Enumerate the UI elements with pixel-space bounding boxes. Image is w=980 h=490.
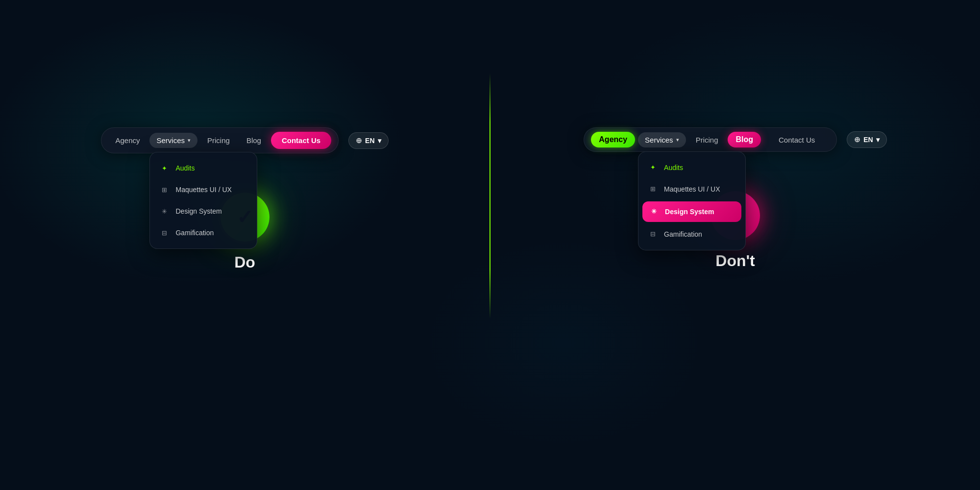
nav-pricing-left[interactable]: Pricing bbox=[200, 133, 237, 148]
dropdown-label-maquettes: Maquettes UI / UX bbox=[175, 186, 231, 194]
dropdown-label-design: Design System bbox=[175, 207, 221, 215]
nav-agency-right[interactable]: Agency bbox=[591, 132, 635, 147]
dropdown-item-maquettes-left[interactable]: ⊞ Maquettes UI / UX bbox=[150, 179, 257, 200]
audits-icon-right: ✦ bbox=[647, 162, 658, 173]
maquettes-icon-right: ⊞ bbox=[647, 184, 658, 195]
dont-label: Don't bbox=[715, 252, 755, 270]
right-panel: Agency Services ▾ ✦ Audits ⊞ Maquettes U… bbox=[490, 0, 980, 490]
dropdown-label-gamification: Gamification bbox=[175, 229, 214, 237]
nav-blog-right[interactable]: Blog bbox=[728, 132, 761, 147]
dropdown-item-gamification-left[interactable]: ⊟ Gamification bbox=[150, 222, 257, 244]
dropdown-item-audits-left[interactable]: ✦ Audits bbox=[150, 157, 257, 179]
audits-icon: ✦ bbox=[159, 163, 170, 173]
nav-contact-right[interactable]: Contact Us bbox=[764, 132, 830, 147]
do-navbar-wrapper: Agency Services ▾ ✦ Audits ⊞ Maquettes U… bbox=[101, 127, 388, 153]
nav-services-left[interactable]: Services ▾ bbox=[149, 133, 197, 148]
nav-agency-left[interactable]: Agency bbox=[108, 133, 147, 148]
dropdown-item-audits-right[interactable]: ✦ Audits bbox=[638, 157, 745, 178]
dont-navbar-wrapper: Agency Services ▾ ✦ Audits ⊞ Maquettes U… bbox=[584, 127, 886, 152]
dropdown-label-maquettes-right: Maquettes UI / UX bbox=[664, 185, 720, 193]
design-icon: ✳ bbox=[159, 206, 170, 217]
nav-pricing-right[interactable]: Pricing bbox=[689, 132, 725, 147]
maquettes-icon: ⊞ bbox=[159, 184, 170, 195]
design-icon-right: ✳ bbox=[648, 206, 659, 217]
dropdown-label-design-right: Design System bbox=[665, 208, 714, 216]
services-dropdown-right: ✦ Audits ⊞ Maquettes UI / UX ✳ Design Sy… bbox=[638, 151, 746, 250]
dont-navbar: Agency Services ▾ ✦ Audits ⊞ Maquettes U… bbox=[584, 127, 837, 152]
globe-icon-right: ⊕ bbox=[854, 135, 860, 144]
left-panel: Agency Services ▾ ✦ Audits ⊞ Maquettes U… bbox=[0, 0, 490, 490]
services-dropdown-left: ✦ Audits ⊞ Maquettes UI / UX ✳ Design Sy… bbox=[149, 152, 257, 249]
services-wrapper-right: Services ▾ ✦ Audits ⊞ Maquettes UI / UX … bbox=[638, 132, 686, 147]
lang-selector-left[interactable]: ⊕ EN ▾ bbox=[348, 132, 388, 149]
lang-selector-right[interactable]: ⊕ EN ▾ bbox=[847, 131, 886, 148]
do-label: Do bbox=[234, 253, 255, 271]
chevron-lang-left: ▾ bbox=[378, 137, 381, 145]
do-navbar: Agency Services ▾ ✦ Audits ⊞ Maquettes U… bbox=[101, 127, 339, 153]
dropdown-item-maquettes-right[interactable]: ⊞ Maquettes UI / UX bbox=[638, 178, 745, 200]
dropdown-item-gamification-right[interactable]: ⊟ Gamification bbox=[638, 223, 745, 245]
dropdown-item-design-right[interactable]: ✳ Design System bbox=[642, 201, 741, 222]
nav-services-right[interactable]: Services ▾ bbox=[638, 132, 686, 147]
gamification-icon-right: ⊟ bbox=[647, 229, 658, 240]
nav-blog-left[interactable]: Blog bbox=[240, 133, 268, 148]
globe-icon-left: ⊕ bbox=[356, 136, 362, 145]
chevron-lang-right: ▾ bbox=[876, 136, 880, 144]
nav-contact-left[interactable]: Contact Us bbox=[271, 132, 331, 149]
dropdown-label-audits-right: Audits bbox=[664, 164, 683, 172]
services-wrapper-left: Services ▾ ✦ Audits ⊞ Maquettes UI / UX … bbox=[149, 133, 197, 148]
dropdown-label-gamification-right: Gamification bbox=[664, 230, 702, 238]
chevron-down-icon: ▾ bbox=[188, 137, 191, 144]
dropdown-label-audits: Audits bbox=[175, 164, 195, 172]
gamification-icon: ⊟ bbox=[159, 227, 170, 238]
section-divider bbox=[490, 74, 490, 318]
chevron-down-icon-right: ▾ bbox=[676, 137, 679, 143]
dropdown-item-design-left[interactable]: ✳ Design System bbox=[150, 200, 257, 222]
